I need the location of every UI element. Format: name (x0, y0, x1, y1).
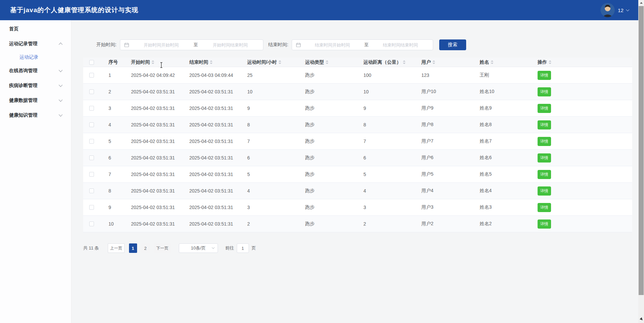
start-time-to-input[interactable] (200, 42, 260, 48)
prev-page-button[interactable]: 上一页 (108, 243, 125, 253)
total-count: 共 11 条 (83, 245, 99, 251)
page-button-1[interactable]: 1 (129, 243, 137, 253)
table-cell: 姓名7 (476, 133, 534, 149)
column-header[interactable]: 结束时间 (186, 58, 244, 67)
row-checkbox[interactable] (89, 139, 94, 144)
select-all-checkbox[interactable] (89, 60, 94, 65)
scrollbar-track[interactable] (638, 0, 644, 323)
sort-desc-icon (432, 63, 435, 64)
column-header[interactable]: 姓名 (476, 58, 534, 67)
action-cell: 详情 (534, 100, 632, 116)
chevron-down-icon (59, 98, 62, 101)
sidebar-item[interactable]: 疾病诊断管理 (0, 78, 71, 93)
next-page-button[interactable]: 下一页 (154, 243, 171, 253)
start-time-from-input[interactable] (131, 42, 191, 48)
detail-button[interactable]: 详情 (538, 87, 551, 96)
sort-carets-icon[interactable] (491, 60, 493, 64)
sort-carets-icon[interactable] (210, 60, 213, 64)
app-root: 基于java的个人健康管理系统的设计与实现 12 首页运动记录管理运动记录在线咨… (0, 0, 644, 323)
detail-button[interactable]: 详情 (538, 104, 551, 113)
column-header-label: 姓名 (480, 59, 489, 65)
column-header[interactable]: 用户 (418, 58, 476, 67)
page-button-2[interactable]: 2 (141, 243, 150, 253)
sidebar-item[interactable]: 在线咨询管理 (0, 63, 71, 78)
app-header: 基于java的个人健康管理系统的设计与实现 12 (0, 0, 638, 20)
sort-asc-icon (279, 60, 281, 62)
table-cell: 100 (360, 67, 418, 83)
table-cell: 姓名5 (476, 166, 534, 182)
detail-button[interactable]: 详情 (538, 71, 551, 80)
column-header[interactable]: 运动时间/小时 (244, 58, 302, 67)
row-checkbox[interactable] (89, 73, 94, 78)
row-checkbox[interactable] (89, 205, 94, 210)
user-menu[interactable]: 12 (601, 0, 629, 20)
sort-carets-icon[interactable] (152, 60, 154, 64)
sort-desc-icon (210, 63, 213, 64)
detail-button[interactable]: 详情 (538, 203, 551, 212)
table-cell: 姓名6 (476, 150, 534, 166)
end-time-range-picker[interactable]: 至 (292, 39, 433, 50)
sidebar-item-label: 运动记录管理 (9, 41, 37, 47)
row-checkbox[interactable] (89, 106, 94, 111)
avatar[interactable] (601, 3, 615, 17)
column-header[interactable]: 序号 (105, 58, 128, 67)
sidebar-item[interactable]: 运动记录管理 (0, 36, 71, 51)
table-cell: 2025-04-02 03:51:31 (186, 100, 244, 116)
column-header[interactable]: 运动距离（公里） (360, 58, 418, 67)
detail-button[interactable]: 详情 (538, 153, 551, 163)
table-cell: 2025-04-02 03:51:31 (186, 117, 244, 133)
table-cell: 5 (360, 166, 418, 182)
sidebar-item[interactable]: 健康数据管理 (0, 93, 71, 108)
table-cell: 用户3 (418, 199, 476, 215)
table-cell: 3 (360, 199, 418, 215)
scrollbar-up-arrow-icon[interactable] (638, 0, 644, 6)
table-cell: 10 (360, 84, 418, 100)
table-row: 62025-04-02 03:51:312025-04-02 03:51:316… (83, 150, 632, 166)
sidebar-item[interactable]: 首页 (0, 22, 71, 36)
sidebar-subitem[interactable]: 运动记录 (0, 51, 71, 63)
goto-page-input[interactable] (237, 243, 249, 253)
sort-carets-icon[interactable] (279, 60, 281, 64)
row-checkbox[interactable] (89, 222, 94, 226)
end-time-from-input[interactable] (303, 42, 362, 48)
table-cell: 2025-04-02 03:51:31 (128, 117, 186, 133)
table-cell: 2 (105, 84, 128, 100)
table-cell: 1 (105, 67, 128, 83)
row-checkbox[interactable] (89, 89, 94, 94)
chevron-down-icon (59, 113, 62, 116)
table-cell: 2025-04-02 03:51:31 (128, 166, 186, 182)
column-header[interactable]: 开始时间 (128, 58, 186, 67)
sort-carets-icon[interactable] (403, 60, 406, 64)
mouse-cursor-icon (639, 316, 643, 322)
table-cell: 姓名4 (476, 183, 534, 199)
sort-carets-icon[interactable] (432, 60, 435, 64)
sort-carets-icon[interactable] (549, 60, 551, 64)
search-button[interactable]: 搜索 (439, 39, 466, 50)
detail-button[interactable]: 详情 (538, 170, 551, 179)
row-checkbox[interactable] (89, 155, 94, 160)
table-cell: 用户10 (418, 84, 476, 100)
table-row: 72025-04-02 03:51:312025-04-02 03:51:315… (83, 166, 632, 183)
detail-button[interactable]: 详情 (538, 120, 551, 129)
row-checkbox-cell (83, 117, 105, 133)
column-header[interactable]: 运动类型 (302, 58, 360, 67)
start-time-range-picker[interactable]: 至 (120, 39, 263, 50)
row-checkbox[interactable] (89, 122, 94, 127)
table-cell: 2025-04-02 03:51:31 (128, 100, 186, 116)
scrollbar-thumb[interactable] (639, 6, 644, 295)
column-header[interactable]: 操作 (534, 58, 632, 67)
table-body: 12025-04-02 04:09:422025-04-03 04:09:442… (83, 67, 632, 232)
page-buttons: 12 (129, 243, 150, 253)
sort-carets-icon[interactable] (326, 60, 328, 64)
end-time-to-input[interactable] (371, 42, 430, 48)
detail-button[interactable]: 详情 (538, 186, 551, 196)
detail-button[interactable]: 详情 (538, 219, 551, 229)
page-size-select[interactable]: 10条/页 (179, 243, 218, 253)
sidebar-item[interactable]: 健康知识管理 (0, 108, 71, 123)
row-checkbox[interactable] (89, 188, 94, 193)
table-cell: 10 (105, 216, 128, 232)
table-row: 42025-04-02 03:51:312025-04-02 03:51:318… (83, 117, 632, 133)
table-cell: 2025-04-02 03:51:31 (186, 133, 244, 149)
row-checkbox[interactable] (89, 172, 94, 177)
detail-button[interactable]: 详情 (538, 137, 551, 146)
